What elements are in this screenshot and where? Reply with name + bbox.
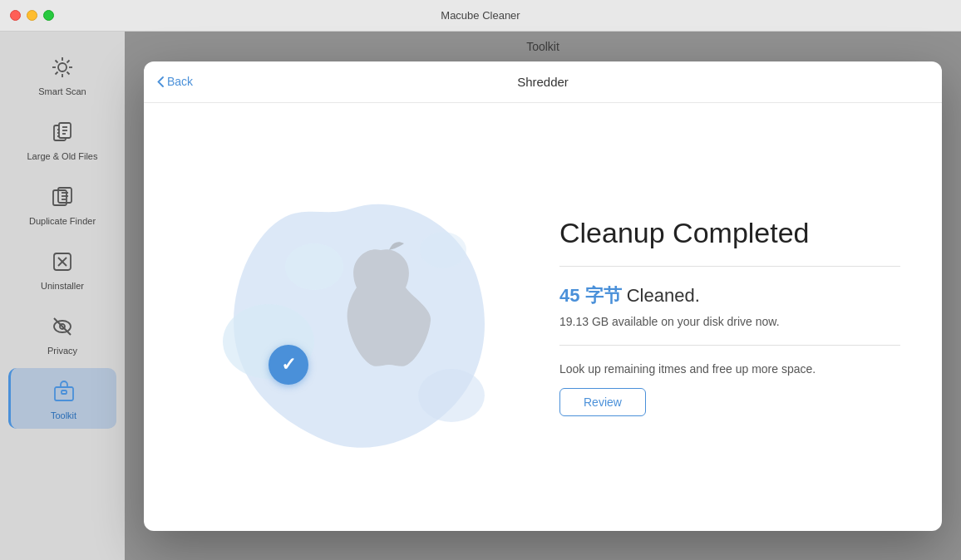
blob-illustration [185, 175, 518, 458]
sidebar-item-large-old-files[interactable]: Large & Old Files [8, 109, 116, 169]
title-bar: Macube Cleaner [0, 0, 961, 32]
maximize-button[interactable] [43, 10, 54, 21]
stats-cleaned: Cleaned. [627, 285, 700, 306]
minimize-button[interactable] [27, 10, 37, 21]
svg-point-33 [420, 232, 466, 268]
review-button[interactable]: Review [559, 388, 646, 416]
uninstaller-icon [47, 247, 77, 277]
svg-point-0 [58, 63, 67, 71]
sidebar-item-duplicate-finder[interactable]: Duplicate Finder [8, 174, 116, 234]
sidebar-item-toolkit[interactable]: Toolkit [8, 368, 116, 429]
main-content: Smart Scan Large & Old Files [0, 32, 961, 560]
sidebar-label-smart-scan: Smart Scan [38, 86, 86, 96]
cleanup-title: Cleanup Completed [559, 217, 900, 249]
divider-2 [559, 345, 900, 346]
svg-point-31 [285, 243, 343, 290]
svg-point-32 [418, 369, 485, 422]
sidebar-label-duplicate-finder: Duplicate Finder [29, 216, 96, 226]
content-area: Toolkit Back Shredder [125, 32, 961, 560]
sidebar-label-large-old-files: Large & Old Files [27, 151, 98, 161]
stats-line: 45 字节 Cleaned. [559, 283, 900, 308]
disk-info: 19.13 GB available on your disk drive no… [559, 315, 900, 328]
duplicate-icon [47, 182, 77, 212]
chevron-left-icon [157, 76, 164, 87]
remaining-text: Look up remaining itmes and free up more… [559, 362, 900, 376]
back-button[interactable]: Back [157, 75, 193, 88]
content-side: Cleanup Completed 45 字节 Cleaned. 19.13 G… [543, 192, 942, 441]
sidebar-label-toolkit: Toolkit [51, 410, 76, 420]
privacy-icon [47, 312, 77, 341]
modal-header: Back Shredder [144, 61, 942, 103]
svg-line-6 [67, 72, 70, 75]
sidebar-item-smart-scan[interactable]: Smart Scan [8, 44, 116, 105]
sidebar-label-privacy: Privacy [47, 346, 77, 356]
svg-line-5 [56, 61, 58, 63]
sidebar-item-privacy[interactable]: Privacy [8, 303, 116, 364]
divider-1 [559, 266, 900, 267]
blob-container: ✓ [185, 175, 501, 458]
stats-bytes: 45 字节 [559, 285, 622, 306]
close-button[interactable] [10, 10, 21, 21]
shredder-modal: Back Shredder [144, 61, 942, 531]
back-label: Back [167, 75, 193, 88]
files-icon [47, 117, 77, 147]
sidebar-label-uninstaller: Uninstaller [41, 281, 84, 291]
svg-rect-29 [62, 391, 67, 394]
modal-title: Shredder [517, 75, 569, 89]
modal-body: ✓ Cleanup Completed 45 字节 Cleaned. [144, 103, 942, 531]
svg-line-8 [56, 72, 58, 75]
modal-overlay: Back Shredder [125, 32, 961, 560]
sidebar: Smart Scan Large & Old Files [0, 32, 125, 560]
toolkit-icon [49, 376, 79, 406]
svg-line-7 [67, 61, 70, 63]
sidebar-item-uninstaller[interactable]: Uninstaller [8, 238, 116, 299]
check-badge: ✓ [269, 345, 308, 385]
illustration-side: ✓ [144, 175, 543, 458]
scan-icon [47, 52, 77, 82]
traffic-lights [10, 10, 54, 21]
app-title: Macube Cleaner [441, 9, 520, 22]
